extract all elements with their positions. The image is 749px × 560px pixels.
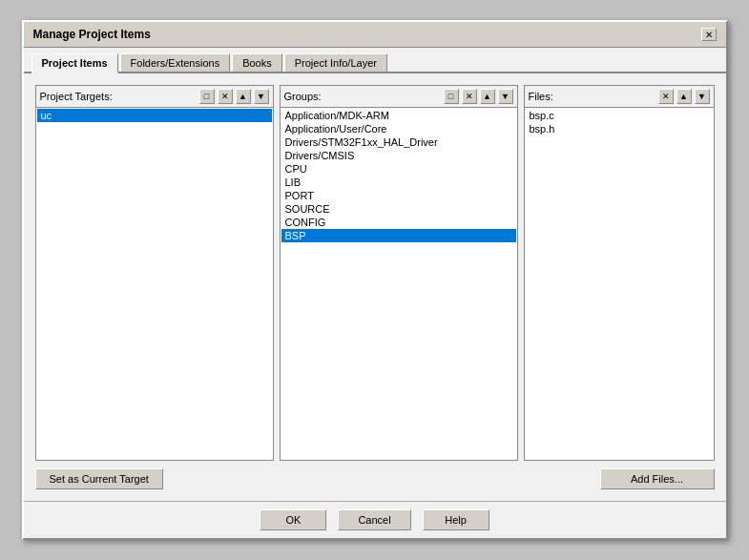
bottom-buttons-row: Set as Current Target Add Files... (35, 468, 715, 489)
tab-project-items[interactable]: Project Items (31, 53, 118, 73)
groups-up-btn[interactable]: ▲ (480, 89, 495, 104)
list-item[interactable]: Application/User/Core (281, 122, 516, 135)
list-item[interactable]: CPU (281, 162, 516, 176)
list-item[interactable]: uc (37, 109, 272, 122)
close-button[interactable]: ✕ (701, 28, 717, 41)
groups-label: Groups: (284, 91, 441, 102)
targets-panel: Project Targets: □ ✕ ▲ ▼ uc (35, 85, 274, 461)
tab-bar: Project Items Folders/Extensions Books P… (24, 48, 726, 73)
groups-down-btn[interactable]: ▼ (498, 89, 513, 104)
down-icon: ▼ (501, 92, 510, 101)
add-files-button[interactable]: Add Files... (600, 468, 715, 489)
targets-label: Project Targets: (40, 91, 197, 102)
set-target-button[interactable]: Set as Current Target (35, 468, 163, 489)
files-panel: Files: ✕ ▲ ▼ bsp.cbsp.h (524, 85, 715, 461)
delete-icon: ✕ (221, 92, 229, 101)
targets-new-btn[interactable]: □ (199, 89, 215, 104)
help-button[interactable]: Help (423, 509, 489, 530)
files-panel-header: Files: ✕ ▲ ▼ (525, 86, 714, 108)
list-item[interactable]: bsp.h (526, 122, 713, 135)
list-item[interactable]: BSP (281, 229, 516, 242)
list-item[interactable]: Drivers/STM32F1xx_HAL_Driver (281, 135, 516, 149)
list-item[interactable]: bsp.c (526, 109, 713, 122)
list-item[interactable]: PORT (281, 189, 516, 202)
files-list[interactable]: bsp.cbsp.h (525, 108, 714, 460)
footer: OK Cancel Help (24, 501, 726, 538)
groups-list[interactable]: Application/MDK-ARMApplication/User/Core… (281, 108, 517, 460)
new-icon: □ (204, 92, 209, 101)
targets-up-btn[interactable]: ▲ (236, 89, 251, 104)
dialog-title: Manage Project Items (33, 28, 151, 41)
cancel-button[interactable]: Cancel (338, 509, 410, 530)
targets-down-btn[interactable]: ▼ (254, 89, 269, 104)
ok-button[interactable]: OK (260, 509, 326, 530)
list-item[interactable]: CONFIG (281, 216, 516, 229)
down-icon: ▼ (697, 92, 706, 101)
groups-delete-btn[interactable]: ✕ (462, 89, 477, 104)
list-item[interactable]: Application/MDK-ARM (281, 109, 516, 122)
groups-panel-header: Groups: □ ✕ ▲ ▼ (281, 86, 517, 108)
list-item[interactable]: SOURCE (281, 202, 516, 216)
tab-project-info-layer[interactable]: Project Info/Layer (284, 53, 387, 72)
groups-new-btn[interactable]: □ (444, 89, 459, 104)
files-up-btn[interactable]: ▲ (676, 89, 692, 104)
up-icon: ▲ (679, 92, 688, 101)
targets-delete-btn[interactable]: ✕ (218, 89, 233, 104)
title-bar: Manage Project Items ✕ (24, 22, 726, 48)
files-label: Files: (529, 91, 655, 102)
targets-panel-header: Project Targets: □ ✕ ▲ ▼ (36, 86, 273, 108)
down-icon: ▼ (257, 92, 265, 101)
files-down-btn[interactable]: ▼ (695, 89, 710, 104)
up-icon: ▲ (483, 92, 491, 101)
delete-icon: ✕ (466, 92, 473, 101)
up-icon: ▲ (239, 92, 247, 101)
list-item[interactable]: Drivers/CMSIS (281, 149, 516, 162)
manage-project-dialog: Manage Project Items ✕ Project Items Fol… (22, 20, 728, 540)
tab-folders-extensions[interactable]: Folders/Extensions (120, 53, 231, 72)
delete-icon: ✕ (662, 92, 670, 101)
tab-books[interactable]: Books (232, 53, 282, 72)
groups-panel: Groups: □ ✕ ▲ ▼ Application/MDK-ARMApp (280, 85, 518, 461)
targets-list[interactable]: uc (36, 108, 273, 460)
content-area: Project Targets: □ ✕ ▲ ▼ uc (24, 73, 726, 501)
list-item[interactable]: LIB (281, 176, 516, 189)
panels-row: Project Targets: □ ✕ ▲ ▼ uc (35, 85, 715, 461)
new-icon: □ (448, 92, 453, 101)
files-delete-btn[interactable]: ✕ (658, 89, 674, 104)
